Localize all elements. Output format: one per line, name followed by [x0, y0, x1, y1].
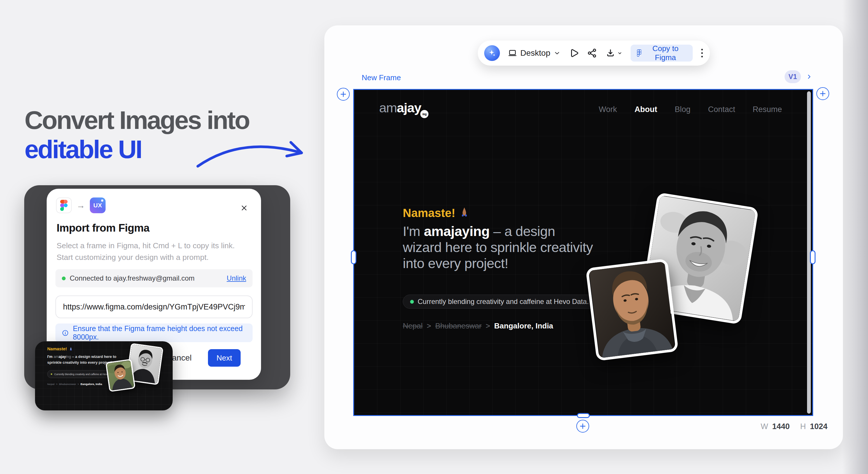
width-value: 1440 [772, 422, 789, 431]
preview-greeting-text: Namaste! [47, 346, 67, 351]
version-next-chevron[interactable] [806, 74, 812, 81]
next-button[interactable]: Next [208, 349, 241, 367]
design-headline: I'm amajaying – a design wizard here to … [403, 223, 594, 272]
plus-icon [580, 423, 586, 430]
preview-headline-ing: ing [66, 354, 71, 359]
unlink-link[interactable]: Unlink [227, 274, 246, 282]
preview-headline-am: am [53, 354, 59, 359]
right-edge-shade [842, 0, 868, 474]
close-icon[interactable] [240, 204, 248, 213]
share-icon [587, 48, 597, 58]
play-icon [568, 48, 579, 58]
preview-headline-im: I'm [47, 354, 53, 359]
frame-dimensions: W 1440 H 1024 [761, 422, 828, 431]
figma-outline-icon [637, 49, 641, 57]
location-nepal: Nepal [47, 382, 55, 386]
ux-app-logo-icon: UX [90, 197, 105, 213]
design-status-chip: Currently blending creativity and caffei… [403, 295, 596, 309]
kebab-menu-icon [701, 48, 704, 58]
copy-to-figma-label: Copy to Figma [645, 44, 686, 62]
curved-arrow-icon [194, 134, 311, 175]
breadcrumb-separator: > [56, 382, 58, 386]
connected-text: Connected to ajay.freshway@gmail.com [70, 274, 194, 282]
chevron-right-icon [806, 74, 812, 80]
design-greeting: Namaste! [403, 207, 470, 220]
portrait-photo-sweater [586, 258, 679, 361]
design-frame[interactable]: amajaying Work About Blog Contact Resume… [353, 89, 813, 416]
ux-logo-label: UX [93, 202, 102, 209]
width-label: W [761, 422, 768, 431]
sparkle-icon [101, 199, 103, 201]
add-frame-left-button[interactable] [337, 88, 350, 101]
resize-handle-bottom[interactable] [577, 413, 590, 418]
site-logo-am: am [379, 100, 397, 115]
preview-status-text: Currently blending creativity and caffei… [54, 373, 115, 376]
frame-height-notice: Ensure that the Figma frame height does … [55, 323, 253, 342]
app-logo-icon [484, 45, 500, 61]
resize-handle-right[interactable] [810, 250, 815, 264]
design-greeting-text: Namaste! [403, 207, 455, 220]
site-logo-ajay: ajay [397, 100, 422, 115]
nav-item-resume: Resume [752, 105, 782, 114]
status-dot [410, 300, 414, 304]
design-headline-pre: I'm [403, 223, 424, 239]
notice-text: Ensure that the Figma frame height does … [73, 324, 246, 341]
frame-name-label[interactable]: New Frame [362, 73, 401, 82]
preview-greeting: Namaste! [47, 346, 73, 351]
device-selector-label: Desktop [520, 49, 550, 58]
site-logo: amajaying [379, 100, 429, 116]
copy-to-figma-button[interactable]: Copy to Figma [630, 44, 693, 62]
height-label: H [800, 422, 806, 431]
design-headline-bold: amajaying [424, 223, 489, 239]
plus-icon [819, 90, 826, 97]
nav-item-work: Work [599, 105, 617, 114]
connected-status-dot [62, 277, 66, 280]
modal-icon-row: → UX [56, 197, 105, 213]
connection-status-row: Connected to ajay.freshway@gmail.com Unl… [55, 269, 253, 287]
preview-location-breadcrumb: Nepal > Bhubaneswar > Bangalore, India [47, 382, 102, 386]
page-title-line1: Convert Images into [25, 105, 249, 134]
nav-item-contact: Contact [708, 105, 735, 114]
laptop-icon [508, 49, 517, 58]
download-icon [605, 48, 616, 58]
nav-item-blog: Blog [675, 105, 690, 114]
breadcrumb-separator: > [486, 321, 490, 330]
editor-canvas: Desktop [324, 25, 843, 449]
design-status-text: Currently blending creativity and caffei… [418, 297, 589, 306]
location-nepal: Nepal [403, 321, 423, 330]
figma-logo-icon [56, 197, 72, 213]
editor-toolbar: Desktop [478, 40, 710, 66]
chevron-down-icon [617, 50, 623, 56]
location-bhubaneswar: Bhubaneswar [59, 382, 76, 386]
preview-photo-color [105, 359, 135, 392]
breadcrumb-separator: > [78, 382, 79, 386]
height-value: 1024 [810, 422, 828, 431]
modal-subtitle: Select a frame in Figma, hit Cmd + L to … [57, 240, 249, 263]
chevron-down-icon [554, 50, 561, 57]
praying-hands-emoji [459, 207, 470, 218]
share-button[interactable] [587, 48, 597, 58]
page: Convert Images into editable UI → UX [0, 0, 868, 474]
site-logo-ing-badge: ing [420, 110, 429, 118]
figma-url-input[interactable] [55, 295, 253, 318]
download-button[interactable] [605, 48, 623, 58]
resize-handle-left[interactable] [351, 250, 356, 264]
nav-item-about: About [634, 105, 657, 114]
version-badge-label: V1 [788, 73, 797, 81]
info-icon [62, 329, 69, 337]
preview-play-button[interactable] [568, 48, 579, 58]
add-frame-right-button[interactable] [816, 87, 829, 100]
design-location-breadcrumb: Nepal > Bhubaneswar > Bangalore, India [403, 321, 553, 330]
location-bhubaneswar: Bhubaneswar [435, 321, 482, 330]
source-design-preview-card: Namaste! I'm amajaying – a design wizard… [35, 341, 173, 410]
location-bangalore: Bangalore, India [81, 382, 102, 386]
plus-icon [340, 91, 346, 97]
device-selector[interactable]: Desktop [508, 49, 561, 58]
more-options-button[interactable] [701, 48, 704, 58]
breadcrumb-separator: > [427, 321, 431, 330]
add-frame-bottom-button[interactable] [576, 420, 589, 433]
praying-hands-emoji [69, 347, 73, 351]
preview-headline-ajay: ajay [59, 354, 66, 359]
version-badge[interactable]: V1 [784, 70, 801, 83]
arrow-right-icon: → [76, 200, 85, 210]
